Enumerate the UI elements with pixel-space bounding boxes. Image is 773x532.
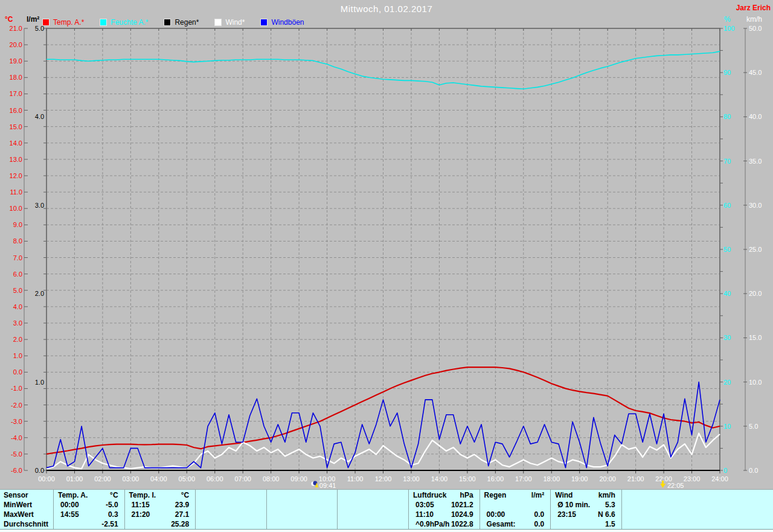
temp-tick-label: 6.0: [13, 271, 22, 278]
time-tick-label: 04:00: [150, 475, 167, 482]
time-tick-label: 19:00: [571, 475, 588, 482]
table-divider: [53, 490, 54, 529]
weather-chart[interactable]: 21.020.019.018.017.016.015.014.013.012.0…: [0, 0, 773, 489]
rain-tick-label: 5.0: [35, 25, 44, 32]
table-divider: [195, 490, 196, 529]
temp-tick-label: -6.0: [11, 467, 22, 474]
marker-time-label: 09:41: [319, 482, 336, 489]
humidity-tick-label: 20: [723, 379, 731, 386]
humidity-tick-label: 60: [723, 202, 731, 209]
time-tick-label: 00:00: [38, 475, 55, 482]
time-tick-label: 03:00: [123, 475, 140, 482]
wind-tick-label: 45.0: [749, 69, 762, 76]
rain-tick-label: 3.0: [35, 202, 44, 209]
time-tick-label: 09:00: [290, 475, 307, 482]
temp-tick-label: 16.0: [10, 107, 22, 114]
temp-tick-label: 20.0: [10, 41, 22, 48]
temp-tick-label: 5.0: [13, 287, 22, 294]
temp-tick-label: 17.0: [10, 90, 22, 97]
time-tick-label: 01:00: [66, 475, 83, 482]
temp-tick-label: -2.0: [11, 402, 22, 409]
temp-tick-label: 3.0: [13, 319, 22, 327]
table-cell-value: 0.0: [508, 510, 550, 519]
time-tick-label: 07:00: [234, 475, 251, 482]
temp-tick-label: -4.0: [11, 434, 22, 441]
humidity-tick-label: 0: [723, 467, 727, 474]
table-cell-value: 1024.9: [437, 510, 478, 519]
humidity-tick-label: 100: [723, 25, 734, 32]
humidity-tick-label: 10: [723, 423, 731, 430]
time-tick-label: 24:00: [711, 475, 728, 482]
temp-tick-label: 15.0: [10, 123, 22, 130]
table-cell-value: -2.51: [82, 519, 123, 529]
wind-tick-label: 30.0: [749, 202, 762, 209]
time-tick-label: 20:00: [599, 475, 616, 482]
humidity-tick-label: 80: [723, 113, 731, 120]
grid: [47, 28, 720, 470]
humidity-series-line: [47, 51, 720, 89]
table-divider: [124, 490, 125, 529]
table-row-label: Sensor: [0, 490, 52, 500]
temp-tick-label: 7.0: [13, 254, 22, 261]
temp-tick-label: -1.0: [11, 385, 22, 392]
gusts-series-line: [47, 382, 720, 468]
temp-tick-label: 9.0: [13, 221, 22, 228]
table-cell-value: 1.5: [579, 519, 620, 529]
time-tick-label: 08:00: [263, 475, 280, 482]
rain-tick-label: 0.0: [35, 467, 44, 474]
time-tick-label: 23:00: [684, 475, 701, 482]
time-tick-label: 13:00: [403, 475, 420, 482]
temp-tick-label: 21.0: [10, 25, 22, 32]
table-cell-value: -5.0: [82, 500, 123, 510]
table-row-label: MinWert: [0, 500, 52, 510]
table-divider: [550, 490, 551, 529]
table-col-unit: °C: [85, 490, 123, 500]
table-row-label: MaxWert: [0, 510, 52, 519]
weather-app-window: Mittwoch, 01.02.2017 Jarz Erich °C l/m² …: [0, 0, 773, 532]
wind-tick-label: 25.0: [749, 246, 762, 253]
time-tick-label: 05:00: [179, 475, 196, 482]
humidity-tick-label: 90: [723, 69, 731, 76]
bottom-strip: [0, 530, 773, 532]
table-divider: [408, 490, 409, 529]
table-col-unit: l/m²: [512, 490, 550, 500]
temp-tick-label: 8.0: [13, 237, 22, 245]
table-divider: [621, 490, 622, 529]
wind-tick-label: 15.0: [749, 334, 762, 341]
stats-table: SensorMinWertMaxWertDurchschnittTemp. A.…: [0, 489, 773, 530]
table-row-label: Durchschnitt: [0, 519, 52, 529]
axis-ticks: [24, 28, 747, 473]
wind-tick-label: 0.0: [749, 467, 758, 474]
time-tick-label: 12:00: [375, 475, 392, 482]
time-tick-label: 02:00: [94, 475, 111, 482]
temp-tick-label: 0.0: [13, 368, 22, 376]
wind-tick-label: 10.0: [749, 379, 762, 386]
humidity-tick-label: 70: [723, 158, 731, 165]
humidity-tick-label: 50: [723, 246, 731, 253]
table-cell-value: 0.0: [508, 519, 550, 529]
moonrise-marker: 09:41: [311, 481, 336, 490]
rain-tick-label: 4.0: [35, 113, 44, 120]
time-tick-label: 16:00: [487, 475, 504, 482]
time-tick-label: 15:00: [459, 475, 476, 482]
wind-tick-label: 50.0: [749, 25, 762, 32]
table-cell-value: 1021.2: [437, 500, 478, 510]
table-cell-value: 25.28: [153, 519, 194, 529]
table-col-unit: km/h: [582, 490, 620, 500]
table-divider: [266, 490, 267, 529]
table-cell-value: 1022.8: [437, 519, 478, 529]
time-tick-label: 11:00: [347, 475, 364, 482]
rain-tick-label: 2.0: [35, 290, 44, 297]
time-tick-label: 21:00: [627, 475, 644, 482]
temp-tick-label: 1.0: [13, 352, 22, 359]
temp-tick-label: 11.0: [10, 188, 22, 196]
table-cell-value: 27.1: [153, 510, 194, 519]
wind-tick-label: 40.0: [749, 113, 762, 120]
temp-tick-label: -5.0: [11, 450, 22, 458]
marker-time-label: 22:05: [667, 482, 684, 489]
temp-tick-label: 12.0: [10, 172, 22, 179]
table-cell-value: 23.9: [153, 500, 194, 510]
temp-tick-label: 4.0: [13, 303, 22, 310]
rain-tick-label: 1.0: [35, 379, 44, 386]
temp-tick-label: 13.0: [10, 156, 22, 163]
